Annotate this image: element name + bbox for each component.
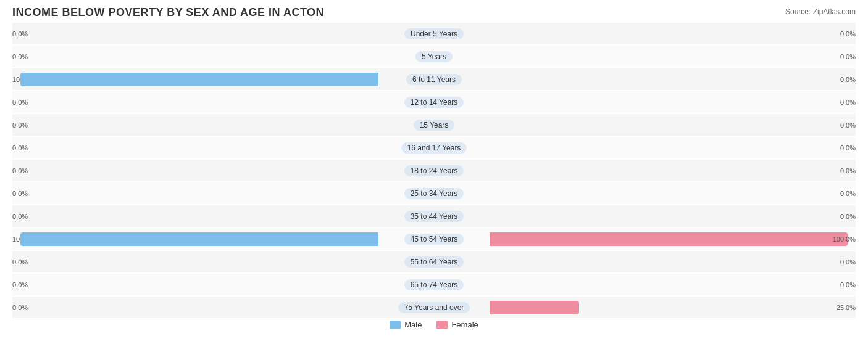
left-section: 0.0% [12, 160, 378, 181]
right-section: 0.0% [490, 251, 856, 272]
source-text: Source: ZipAtlas.com [785, 7, 856, 16]
female-value: 25.0% [837, 304, 856, 311]
male-legend-label: Male [404, 320, 422, 329]
label-pill: 55 to 64 Years [404, 256, 464, 268]
right-section: 0.0% [490, 68, 856, 90]
female-value: 0.0% [840, 213, 856, 220]
right-section: 0.0% [490, 91, 856, 113]
female-bar [490, 232, 848, 246]
bar-row: 0.0% Under 5 Years 0.0% [12, 23, 856, 44]
right-section: 25.0% [490, 297, 856, 318]
left-section: 0.0% [12, 23, 378, 44]
age-label: 65 to 74 Years [378, 281, 490, 289]
female-value: 0.0% [840, 99, 856, 106]
age-label: 18 to 24 Years [378, 166, 490, 175]
label-pill: Under 5 Years [404, 28, 464, 39]
label-pill: 6 to 11 Years [406, 74, 462, 85]
left-section: 0.0% [12, 91, 378, 113]
left-section: 0.0% [12, 182, 378, 204]
left-section: 100.0% [12, 228, 378, 250]
left-section: 0.0% [12, 251, 378, 272]
male-value: 0.0% [12, 213, 28, 220]
male-value: 0.0% [12, 190, 28, 197]
bar-row: 0.0% 18 to 24 Years 0.0% [12, 160, 856, 181]
right-section: 0.0% [490, 137, 856, 158]
female-value: 0.0% [840, 167, 856, 174]
female-bar [490, 301, 579, 314]
male-value: 0.0% [12, 167, 28, 174]
left-section: 0.0% [12, 114, 378, 136]
female-legend-label: Female [451, 320, 478, 329]
bars-area: 0.0% Under 5 Years 0.0% 0.0% 5 Years 0.0… [12, 23, 856, 306]
label-pill: 16 and 17 Years [401, 142, 467, 154]
male-value: 0.0% [12, 53, 28, 60]
left-section: 0.0% [12, 297, 378, 318]
age-label: 16 and 17 Years [378, 144, 490, 152]
male-value: 0.0% [12, 281, 28, 289]
female-value: 0.0% [840, 144, 856, 152]
right-section: 0.0% [490, 160, 856, 181]
bar-row: 100.0% 6 to 11 Years 0.0% [12, 68, 856, 90]
male-bar [20, 232, 378, 246]
male-value: 0.0% [12, 99, 28, 106]
right-section: 0.0% [490, 205, 856, 227]
female-value: 0.0% [840, 258, 856, 266]
bar-row: 0.0% 16 and 17 Years 0.0% [12, 137, 856, 158]
label-pill: 5 Years [415, 51, 453, 62]
male-value: 0.0% [12, 121, 28, 129]
left-section: 0.0% [12, 137, 378, 158]
right-section: 0.0% [490, 182, 856, 204]
left-section: 0.0% [12, 205, 378, 227]
right-section: 0.0% [490, 114, 856, 136]
bar-row: 0.0% 65 to 74 Years 0.0% [12, 274, 856, 295]
label-pill: 65 to 74 Years [404, 279, 464, 290]
female-value: 0.0% [840, 121, 856, 129]
female-value: 0.0% [840, 281, 856, 289]
legend-male: Male [390, 320, 422, 329]
age-label: 5 Years [378, 52, 490, 61]
bar-row: 0.0% 25 to 34 Years 0.0% [12, 182, 856, 204]
legend-female: Female [436, 320, 478, 329]
age-label: 55 to 64 Years [378, 258, 490, 266]
male-bar [20, 73, 378, 86]
left-section: 0.0% [12, 274, 378, 295]
label-pill: 45 to 54 Years [404, 234, 464, 245]
right-section: 0.0% [490, 23, 856, 44]
chart-container: INCOME BELOW POVERTY BY SEX AND AGE IN A… [0, 0, 868, 344]
label-pill: 35 to 44 Years [404, 211, 464, 222]
bar-row: 0.0% 12 to 14 Years 0.0% [12, 91, 856, 113]
bar-row: 0.0% 5 Years 0.0% [12, 46, 856, 67]
right-section: 0.0% [490, 274, 856, 295]
age-label: 6 to 11 Years [378, 75, 490, 84]
right-section: 0.0% [490, 46, 856, 67]
age-label: 25 to 34 Years [378, 189, 490, 198]
male-value: 0.0% [12, 304, 28, 311]
label-pill: 75 Years and over [398, 302, 470, 313]
age-label: 35 to 44 Years [378, 212, 490, 221]
male-legend-box [390, 321, 401, 329]
bar-row: 100.0% 45 to 54 Years 100.0% [12, 228, 856, 250]
legend: Male Female [12, 320, 856, 329]
age-label: 75 Years and over [378, 303, 490, 312]
female-value: 0.0% [840, 53, 856, 60]
female-value: 0.0% [840, 190, 856, 197]
left-section: 100.0% [12, 68, 378, 90]
age-label: 45 to 54 Years [378, 235, 490, 244]
right-section: 100.0% [490, 228, 856, 250]
bar-row: 0.0% 55 to 64 Years 0.0% [12, 251, 856, 272]
male-value: 0.0% [12, 144, 28, 152]
bar-row: 0.0% 75 Years and over 25.0% [12, 297, 856, 318]
label-pill: 12 to 14 Years [404, 97, 464, 108]
female-value: 0.0% [840, 30, 856, 38]
age-label: 12 to 14 Years [378, 98, 490, 107]
label-pill: 15 Years [414, 120, 455, 131]
label-pill: 25 to 34 Years [404, 188, 464, 199]
male-value: 0.0% [12, 30, 28, 38]
female-value: 100.0% [833, 235, 856, 243]
chart-title: INCOME BELOW POVERTY BY SEX AND AGE IN A… [12, 6, 856, 19]
male-value: 0.0% [12, 258, 28, 266]
female-legend-box [436, 321, 448, 329]
age-label: Under 5 Years [378, 30, 490, 38]
label-pill: 18 to 24 Years [404, 165, 464, 176]
left-section: 0.0% [12, 46, 378, 67]
